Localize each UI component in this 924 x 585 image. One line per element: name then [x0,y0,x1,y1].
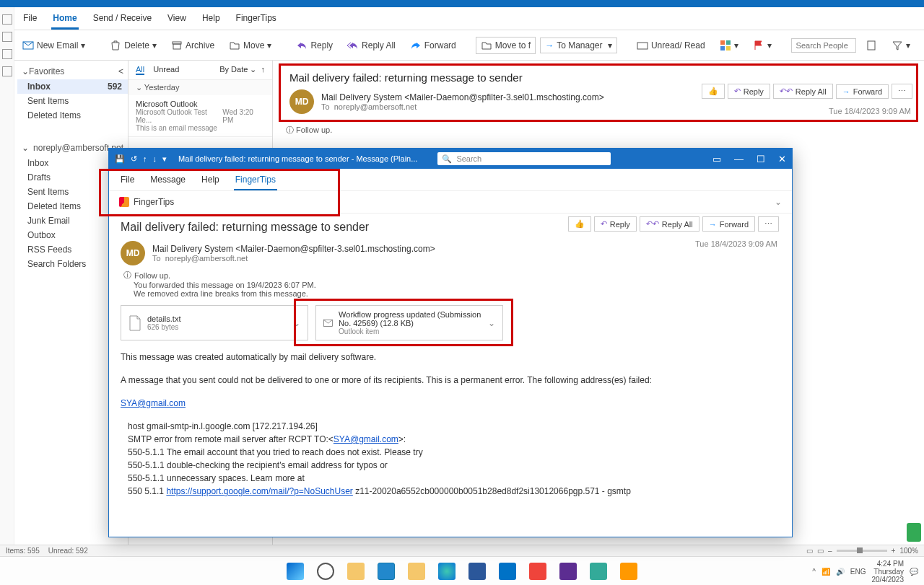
filter-button[interactable]: ▾ [886,37,915,54]
ribbon-display-icon[interactable]: ▭ [712,154,721,164]
files-icon[interactable] [408,563,425,580]
maximize-icon[interactable]: ☐ [757,154,765,164]
group-yesterday[interactable]: ⌄ Yesterday [128,80,272,95]
up-icon[interactable]: ↑ [143,154,147,163]
popup-reply-button[interactable]: ↶Reply [594,216,637,232]
explorer-icon[interactable] [347,563,365,580]
ptab-file[interactable]: File [119,173,136,190]
forward-button[interactable]: Forward [405,37,461,54]
ptab-message[interactable]: Message [149,173,187,190]
view-reading-icon[interactable]: ▭ [817,547,824,555]
down-icon[interactable]: ↓ [153,154,157,163]
delete-button[interactable]: Delete ▾ [105,37,162,54]
sort-bydate[interactable]: By Date ⌄ ↑ [219,65,265,75]
addressbook-button[interactable] [860,37,882,54]
svg-rect-7 [726,46,731,50]
message-item[interactable]: Microsoft Outlook Microsoft Outlook Test… [128,95,272,137]
search-icon[interactable] [317,563,334,580]
tab-fingertips[interactable]: FingerTips [235,10,278,30]
moveto-quick-button[interactable]: Move to f [476,37,536,54]
zoom-level: 100% [899,547,918,555]
addressbook-icon [866,40,877,51]
app-icon[interactable] [620,563,637,580]
failed-address-link[interactable]: SYA@gmail.com [121,398,186,408]
zoom-out-icon[interactable]: – [828,547,832,555]
tab-home[interactable]: Home [51,10,78,30]
attachment-outlookitem[interactable]: Workflow progress updated (Submission No… [315,305,503,340]
edge-icon[interactable] [438,563,456,580]
rail-people-icon[interactable] [2,49,12,59]
attachment-details[interactable]: details.txt626 bytes ⌄ [121,305,308,340]
nav-sent[interactable]: Sent Items [17,94,128,108]
collapse-nav-icon[interactable]: < [118,66,123,76]
favorites-header[interactable]: ⌄Favorites< [17,63,128,79]
anydesk-icon[interactable] [529,563,546,580]
archive-icon [171,40,183,51]
rail-calendar-icon[interactable] [2,32,12,42]
preview-replyall-button[interactable]: ↶↶Reply All [773,84,833,99]
chevron-down-icon[interactable]: ⌄ [293,318,300,328]
rail-mail-icon[interactable] [2,14,12,25]
rcpt-link[interactable]: SYA@gmail.com [334,434,398,444]
save-icon[interactable]: 💾 [115,154,125,164]
categorize-button[interactable]: ▾ [715,37,744,54]
message-window: 💾 ↺ ↑ ↓ ▾ Mail delivery failed: returnin… [108,148,793,537]
word-icon[interactable] [468,563,486,580]
ptab-help[interactable]: Help [200,173,221,190]
zoom-in-icon[interactable]: + [892,547,896,555]
like-button[interactable]: 👍 [702,84,725,99]
popup-search[interactable]: 🔍 Search [437,152,611,165]
outlook-icon[interactable] [499,563,516,580]
message-body: This message was created automatically b… [121,351,780,498]
filter-icon [892,40,903,51]
settings-icon[interactable] [590,563,607,580]
preview-forward-button[interactable]: →Forward [836,84,889,99]
ptab-fingertips[interactable]: FingerTips [234,173,277,190]
tomanager-button[interactable]: →To Manager ▾ [540,38,617,53]
vs-icon[interactable] [559,563,577,580]
tab-view[interactable]: View [166,10,188,30]
unreadread-button[interactable]: Unread/ Read [632,37,710,54]
support-link[interactable]: https://support.google.com/mail/?p=NoSuc… [166,486,352,496]
preview-more-button[interactable]: ⋯ [892,84,912,99]
zoom-slider[interactable] [837,550,887,552]
store-icon[interactable] [378,563,395,580]
view-normal-icon[interactable]: ▭ [806,547,813,555]
popup-forward-button[interactable]: →Forward [702,216,755,232]
popup-replyall-button[interactable]: ↶↶Reply All [640,216,699,232]
close-icon[interactable]: ✕ [778,154,786,164]
tab-help[interactable]: Help [201,10,222,30]
filter-unread[interactable]: Unread [153,65,179,75]
side-badge[interactable] [907,523,921,542]
popup-titlebar[interactable]: 💾 ↺ ↑ ↓ ▾ Mail delivery failed: returnin… [109,149,792,169]
tray-wifi-icon[interactable]: 📶 [821,568,830,576]
replyall-button[interactable]: Reply All [342,37,401,54]
tray-notifications-icon[interactable]: 💬 [910,568,918,576]
minimize-icon[interactable]: — [734,154,744,164]
tray-volume-icon[interactable]: 🔊 [836,568,845,576]
filter-all[interactable]: All [136,65,144,75]
chevron-down-icon[interactable]: ⌄ [488,318,495,328]
popup-linebreaks-note: We removed extra line breaks from this m… [123,289,780,298]
collapse-popup-ribbon-icon[interactable]: ⌄ [775,197,782,207]
flag-button[interactable]: ▾ [748,37,777,54]
move-button[interactable]: Move ▾ [224,37,276,54]
popup-like-button[interactable]: 👍 [568,216,591,232]
tray-clock[interactable]: 4:24 PM Thursday 20/4/2023 [872,560,905,584]
fingertips-button[interactable]: FingerTips [119,197,174,207]
tab-file[interactable]: File [22,10,38,30]
tray-lang[interactable]: ENG [850,568,866,576]
nav-inbox[interactable]: Inbox592 [17,79,128,94]
popup-more-button[interactable]: ⋯ [758,216,779,232]
start-icon[interactable] [287,563,304,580]
preview-reply-button[interactable]: ↶Reply [728,84,770,99]
tab-sendreceive[interactable]: Send / Receive [92,10,153,30]
search-people-input[interactable] [791,38,856,53]
customize-qat-icon[interactable]: ▾ [162,154,167,164]
new-email-button[interactable]: New Email ▾ [17,37,90,54]
reply-button[interactable]: Reply [291,37,338,54]
tray-chevron-icon[interactable]: ^ [812,568,816,576]
undo-icon[interactable]: ↺ [131,154,137,164]
nav-deleted[interactable]: Deleted Items [17,108,128,123]
archive-button[interactable]: Archive [166,37,219,54]
